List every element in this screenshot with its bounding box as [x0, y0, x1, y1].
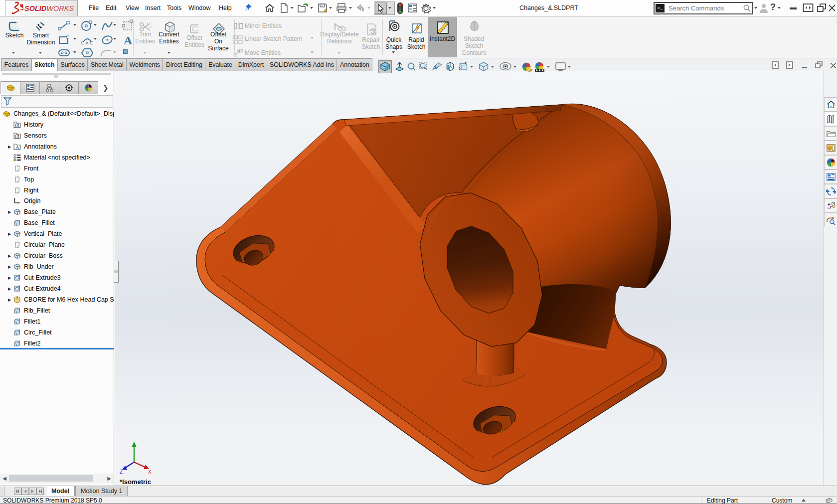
svg-text:X: X — [148, 469, 152, 475]
svg-text:*Isometric: *Isometric — [120, 478, 151, 486]
svg-text:Z: Z — [120, 469, 123, 475]
